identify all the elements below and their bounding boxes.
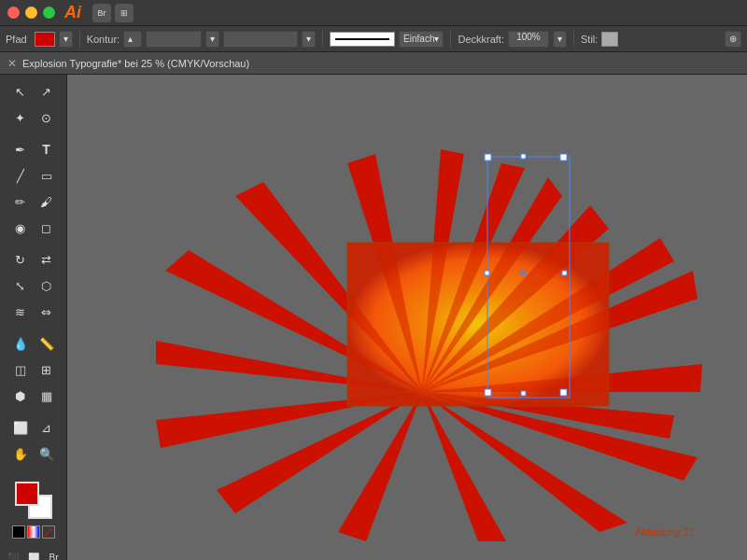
left-toolbar: ↖ ↗ ✦ ⊙ ✒ T ╱ ▭ ✏ 🖌 ◉ ◻ ↻ ⇄ ⤡ <box>0 75 67 560</box>
tool-row-1: ↖ ↗ <box>7 78 60 105</box>
path-label: Pfad <box>6 34 27 45</box>
tool-row-13: ⬜ ⊿ <box>7 414 60 441</box>
kontur-value[interactable] <box>146 31 202 48</box>
close-button[interactable] <box>7 7 20 19</box>
svg-rect-47 <box>562 271 567 275</box>
tab-close-button[interactable]: ✕ <box>7 57 17 70</box>
none-swatch[interactable] <box>42 525 55 539</box>
toolbar: Pfad ▾ Kontur: ▴ ▾ ▾ Einfach ▾ Deckkraft… <box>0 26 747 52</box>
warp-tool[interactable]: ≋ <box>7 299 34 325</box>
minimize-button[interactable] <box>25 7 37 19</box>
hand-tool[interactable]: ✋ <box>7 441 34 467</box>
tab-title: Explosion Typografie* bei 25 % (CMYK/Vor… <box>22 58 249 69</box>
stroke-value-input[interactable] <box>223 31 298 48</box>
tool-row-10: 💧 📏 <box>7 330 60 357</box>
svg-rect-40 <box>485 154 491 161</box>
fill-dropdown[interactable]: ▾ <box>59 31 73 48</box>
sep3 <box>450 31 451 48</box>
default-colors-icon[interactable] <box>12 525 25 539</box>
tool-row-9: ≋ ⇔ <box>7 299 60 325</box>
svg-rect-44 <box>521 154 526 159</box>
canvas-area[interactable]: Abbildung 11 <box>67 75 747 560</box>
bottom-toolbar: ⬛ ⬜ Br <box>0 544 67 560</box>
eraser-tool[interactable]: ◻ <box>34 215 60 241</box>
color-section <box>8 472 59 544</box>
gradient-swatch[interactable] <box>27 525 40 539</box>
bridge-button[interactable]: Br <box>45 548 63 560</box>
mini-swatches <box>12 525 55 539</box>
tool-row-14: ✋ 🔍 <box>7 441 60 467</box>
zoom-tool[interactable]: 🔍 <box>34 441 60 467</box>
tool-row-8: ⤡ ⬡ <box>7 273 60 299</box>
artwork: Abbildung 11 <box>142 93 702 541</box>
color-stack <box>15 482 52 519</box>
mesh-tool[interactable]: ⊞ <box>34 357 60 383</box>
stroke-preview <box>330 32 395 47</box>
foreground-color-swatch[interactable] <box>15 482 39 506</box>
lasso-tool[interactable]: ⊙ <box>34 105 60 131</box>
stil-swatch[interactable] <box>601 32 618 47</box>
sep1 <box>79 31 80 48</box>
layout-icon[interactable]: ⊞ <box>115 4 134 22</box>
stroke-dropdown[interactable]: ▾ <box>302 31 316 48</box>
brush-tool[interactable]: 🖌 <box>34 189 60 215</box>
svg-rect-43 <box>560 389 567 396</box>
scale-tool[interactable]: ⤡ <box>7 273 34 299</box>
direct-select-tool[interactable]: ↗ <box>34 78 60 105</box>
stroke-style-dropdown[interactable]: Einfach ▾ <box>399 31 444 48</box>
select-tool[interactable]: ↖ <box>7 78 34 105</box>
view-options-icon[interactable]: ⬜ <box>24 548 43 560</box>
app-logo: Ai <box>64 3 81 22</box>
tool-row-11: ◫ ⊞ <box>7 357 60 383</box>
shear-tool[interactable]: ⬡ <box>34 273 60 299</box>
tool-row-2: ✦ ⊙ <box>7 105 60 131</box>
svg-rect-46 <box>485 271 489 275</box>
titlebar: Ai Br ⊞ <box>0 0 747 26</box>
tabbar: ✕ Explosion Typografie* bei 25 % (CMYK/V… <box>0 52 747 75</box>
svg-rect-42 <box>485 389 491 396</box>
artboard-tool[interactable]: ⬜ <box>7 414 34 441</box>
fill-swatch[interactable] <box>35 32 55 47</box>
tool-row-5: ✏ 🖌 <box>7 189 60 215</box>
tool-row-4: ╱ ▭ <box>7 162 60 189</box>
gradient-tool[interactable]: ◫ <box>7 357 34 383</box>
extra-dropdown[interactable]: ⊕ <box>725 31 741 48</box>
main-area: ↖ ↗ ✦ ⊙ ✒ T ╱ ▭ ✏ 🖌 ◉ ◻ ↻ ⇄ ⤡ <box>0 75 747 560</box>
kontur-up-btn[interactable]: ▴ <box>123 31 142 48</box>
measure-tool[interactable]: 📏 <box>34 330 60 357</box>
reflect-tool[interactable]: ⇄ <box>34 246 60 273</box>
eyedropper-tool[interactable]: 💧 <box>7 330 34 357</box>
width-tool[interactable]: ⇔ <box>34 299 60 325</box>
pen-tool[interactable]: ✒ <box>7 136 34 162</box>
opacity-dropdown[interactable]: ▾ <box>553 31 567 48</box>
stil-label: Stil: <box>581 34 598 45</box>
fullscreen-button[interactable] <box>43 7 55 19</box>
text-tool[interactable]: T <box>34 136 60 162</box>
tool-row-6: ◉ ◻ <box>7 215 60 241</box>
kontur-dropdown[interactable]: ▾ <box>205 31 219 48</box>
traffic-lights <box>7 7 55 19</box>
line-tool[interactable]: ╱ <box>7 162 34 189</box>
bridge-icon[interactable]: Br <box>92 4 111 22</box>
live-paint-tool[interactable]: ⬢ <box>7 383 34 409</box>
explosion-svg <box>142 93 702 541</box>
rectangle-tool[interactable]: ▭ <box>34 162 60 189</box>
opacity-input[interactable]: 100% <box>508 31 549 48</box>
kontur-label: Kontur: <box>87 34 120 45</box>
tool-row-12: ⬢ ▦ <box>7 383 60 409</box>
blob-brush-tool[interactable]: ◉ <box>7 215 34 241</box>
opacity-label: Deckkraft: <box>458 34 504 45</box>
magic-wand-tool[interactable]: ✦ <box>7 105 34 131</box>
slice-tool[interactable]: ⊿ <box>34 414 60 441</box>
svg-rect-41 <box>560 154 567 161</box>
tool-row-7: ↻ ⇄ <box>7 246 60 273</box>
column-graph-tool[interactable]: ▦ <box>34 383 60 409</box>
svg-rect-45 <box>521 391 526 396</box>
pencil-tool[interactable]: ✏ <box>7 189 34 215</box>
watermark-text: Abbildung 11 <box>635 526 695 538</box>
rotate-tool[interactable]: ↻ <box>7 246 34 273</box>
change-screen-mode-icon[interactable]: ⬛ <box>4 548 22 560</box>
stroke-style-label: Einfach <box>403 34 434 44</box>
sep2 <box>322 31 323 48</box>
tool-row-3: ✒ T <box>7 136 60 162</box>
